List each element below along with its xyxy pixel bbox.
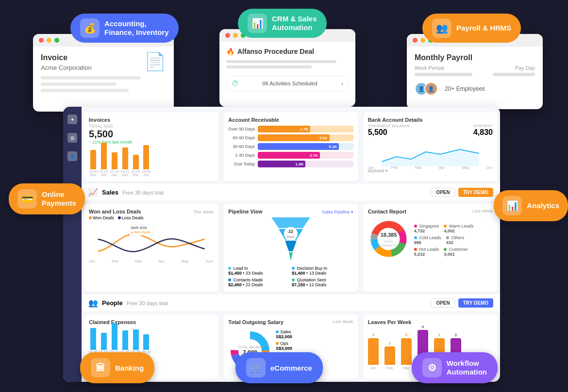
people-title: People bbox=[102, 299, 123, 307]
bank-card: Bank Account Details STATEMENT BALANCE 5… bbox=[363, 112, 498, 181]
ecommerce-icon: 🛒 bbox=[246, 358, 266, 377]
workflow-icon: ⚙ bbox=[422, 358, 442, 377]
invoices-chart: 24-30Nov 01-07Dec 07-14Dec 14-21Dec bbox=[89, 147, 214, 177]
payments-label: OnlinePayments bbox=[42, 190, 76, 208]
invoices-title: Invoices bbox=[89, 117, 214, 123]
ar-card: Account Receivable Over 90 Days 1.7K 60- bbox=[223, 112, 358, 181]
sales-trial: Free 30 days trial bbox=[122, 190, 164, 196]
people-open-btn[interactable]: OPEN bbox=[431, 298, 455, 308]
accounting-icon: 💰 bbox=[80, 18, 100, 38]
people-demo-btn[interactable]: TRY DEMO bbox=[458, 298, 493, 308]
ar-chart: Over 90 Days 1.7K 60-90 Days bbox=[228, 126, 353, 167]
crm-title: 🔥 Alfanso Procedure Deal bbox=[226, 48, 349, 55]
employees-label: 20+ Employees bbox=[445, 85, 485, 92]
sales-open-btn[interactable]: OPEN bbox=[431, 188, 455, 197]
dashboard: ✦ ⊞ 👤 Invoices TOTAL SGD 5,500 ↑ 11% fro… bbox=[63, 107, 500, 382]
svg-text:● Won Deals: ● Won Deals bbox=[131, 230, 151, 234]
sidebar: ✦ ⊞ 👤 bbox=[63, 107, 82, 382]
pay-day-label: Pay Day bbox=[515, 65, 535, 71]
svg-marker-5 bbox=[285, 241, 297, 251]
wl-card: Won and Loss Deals This Week Won Deals L… bbox=[84, 204, 218, 292]
badge-accounting[interactable]: 💰 Accounting,Finance, Inventory bbox=[70, 14, 179, 43]
svg-text:TOTAL SALARY: TOTAL SALARY bbox=[238, 345, 263, 349]
fire-icon: 🔥 bbox=[226, 48, 234, 55]
badge-banking[interactable]: 🏛 Banking bbox=[80, 352, 154, 383]
crm-bars bbox=[219, 58, 355, 73]
doc-icon: 📄 bbox=[144, 51, 166, 72]
svg-text:18,385: 18,385 bbox=[380, 232, 397, 238]
dash-content: Invoices TOTAL SGD 5,500 ↑ 11% from last… bbox=[82, 107, 500, 382]
payroll-icon: 👥 bbox=[432, 18, 451, 38]
svg-text:TOTAL: TOTAL bbox=[384, 240, 393, 243]
badge-workflow[interactable]: ⚙ WorkflowAutomation bbox=[412, 352, 498, 383]
invoice-lines bbox=[41, 76, 166, 92]
sidebar-icon-2[interactable]: ⊞ bbox=[67, 133, 77, 143]
payroll-window: Monthly Payroll Work Period Pay Day 👤 👤 … bbox=[407, 34, 543, 109]
badge-ecommerce[interactable]: 🛒 eCommerce bbox=[235, 352, 323, 383]
sidebar-icon-1[interactable]: ✦ bbox=[67, 114, 77, 124]
bank-title: Bank Account Details bbox=[368, 117, 493, 123]
sales-demo-btn[interactable]: TRY DEMO bbox=[458, 188, 493, 197]
pipeline-subtitle: Sales Pipeline ▾ bbox=[322, 210, 353, 214]
expenses-title: Claimed Expenses bbox=[89, 319, 214, 325]
badge-online-payments[interactable]: 💳 OnlinePayments bbox=[9, 183, 85, 214]
people-trial: Free 30 days trial bbox=[127, 300, 168, 306]
contact-period: Last Week bbox=[472, 209, 493, 215]
contact-title: Contact Report bbox=[368, 209, 406, 214]
main-wrapper: 💰 Accounting,Finance, Inventory 📊 CRM & … bbox=[0, 0, 568, 392]
sales-title: Sales bbox=[102, 189, 118, 196]
crm-window: 🔥 Alfanso Procedure Deal ⏱ 06 Activities… bbox=[219, 29, 355, 107]
salary-period: Last Week bbox=[333, 319, 353, 326]
ar-title: Account Receivable bbox=[228, 117, 353, 123]
svg-text:MAR 2020: MAR 2020 bbox=[131, 226, 147, 229]
payments-icon: 💳 bbox=[17, 189, 37, 209]
row-2: Won and Loss Deals This Week Won Deals L… bbox=[82, 201, 500, 294]
badge-analytics[interactable]: 📊 Analytics bbox=[494, 190, 568, 221]
bank-chart: JanFebMarAprMayJun bbox=[368, 140, 493, 166]
wl-legend: Won Deals Loss Deals bbox=[89, 215, 214, 220]
payroll-title: Monthly Payroll bbox=[415, 53, 535, 62]
work-period-label: Work Period bbox=[415, 65, 444, 71]
svg-text:22: 22 bbox=[288, 229, 293, 234]
wl-title: Won and Loss Deals bbox=[89, 209, 141, 214]
sales-section-header: 📈 Sales Free 30 days trial OPEN TRY DEMO bbox=[82, 184, 500, 201]
analytics-icon: 📊 bbox=[502, 196, 522, 215]
activity-dot: ⏱ bbox=[232, 80, 238, 87]
pipeline-card: Pipeline View Sales Pipeline ▾ bbox=[223, 204, 358, 292]
banking-icon: 🏛 bbox=[91, 358, 110, 377]
pipeline-title: Pipeline View bbox=[228, 209, 262, 214]
invoices-card: Invoices TOTAL SGD 5,500 ↑ 11% from last… bbox=[84, 112, 218, 181]
people-icon: 👥 bbox=[88, 298, 98, 308]
analytics-label: Analytics bbox=[527, 201, 559, 210]
svg-marker-6 bbox=[289, 252, 293, 261]
bank-balance-label: STATEMENT BALANCE bbox=[368, 124, 410, 128]
sidebar-icon-3[interactable]: 👤 bbox=[67, 151, 77, 161]
svg-text:Deals: Deals bbox=[287, 235, 294, 238]
payroll-label: Payroll & HRMS bbox=[456, 24, 511, 33]
bank-interest: 4,830 bbox=[473, 128, 493, 137]
wl-period: This Week bbox=[193, 210, 214, 214]
invoices-subtitle: TOTAL SGD bbox=[89, 124, 214, 129]
contact-legend: Singapore4,732 Warm Leads4,002 bbox=[414, 224, 474, 257]
sales-icon: 📈 bbox=[88, 188, 98, 197]
wl-chart: MAR 2020 ● Won Deals JanFebMarAprMayJun+ bbox=[89, 222, 214, 261]
workflow-label: WorkflowAutomation bbox=[447, 359, 487, 376]
leaves-title: Leaves Per Week bbox=[368, 319, 493, 325]
avatar-stack: 👤 👤 bbox=[415, 82, 434, 96]
bank-balance: 5,500 bbox=[368, 128, 410, 137]
salary-title: Total Outgoing Salary bbox=[228, 319, 283, 325]
contact-chart: 18,385 TOTAL CONTACTS Singapore4,732 bbox=[368, 218, 493, 261]
crm-icon: 📊 bbox=[248, 14, 267, 33]
row-1: Invoices TOTAL SGD 5,500 ↑ 11% from last… bbox=[82, 110, 500, 184]
crm-label: CRM & SalesAutomation bbox=[272, 15, 317, 32]
crm-activity: ⏱ 06 Activities Scheduled › bbox=[226, 76, 349, 91]
contact-card: Contact Report Last Week bbox=[363, 204, 498, 292]
accounting-label: Accounting,Finance, Inventory bbox=[104, 19, 169, 37]
badge-payroll[interactable]: 👥 Payroll & HRMS bbox=[422, 14, 521, 43]
people-section-header: 👥 People Free 30 days trial OPEN TRY DEM… bbox=[82, 294, 500, 312]
svg-marker-3 bbox=[271, 217, 310, 228]
ecommerce-label: eCommerce bbox=[270, 364, 312, 372]
badge-crm[interactable]: 📊 CRM & SalesAutomation bbox=[238, 9, 327, 38]
banking-label: Banking bbox=[115, 364, 144, 372]
svg-text:CONTACTS: CONTACTS bbox=[381, 244, 397, 247]
